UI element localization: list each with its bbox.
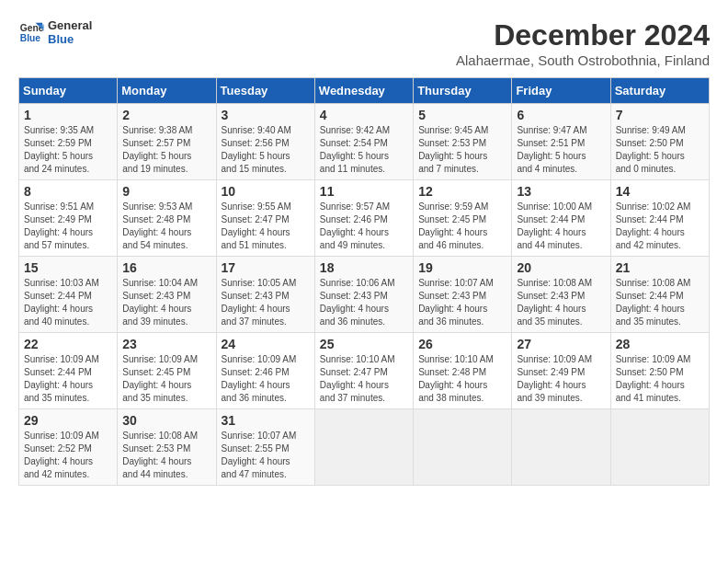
day-info: Sunrise: 10:08 AM Sunset: 2:43 PM Daylig… xyxy=(517,277,605,328)
day-number: 2 xyxy=(122,108,210,122)
calendar-cell: 10Sunrise: 9:55 AM Sunset: 2:47 PM Dayli… xyxy=(216,180,314,257)
day-number: 13 xyxy=(517,184,605,199)
day-number: 11 xyxy=(320,184,408,199)
header: General Blue General Blue December 2024 … xyxy=(18,18,710,68)
calendar-cell: 14Sunrise: 10:02 AM Sunset: 2:44 PM Dayl… xyxy=(610,180,709,257)
day-number: 10 xyxy=(222,184,310,199)
logo-icon: General Blue xyxy=(18,19,44,45)
calendar-cell: 8Sunrise: 9:51 AM Sunset: 2:49 PM Daylig… xyxy=(19,180,118,257)
day-info: Sunrise: 9:45 AM Sunset: 2:53 PM Dayligh… xyxy=(418,124,506,176)
logo-line1: General xyxy=(48,18,92,32)
logo: General Blue General Blue xyxy=(18,18,92,46)
day-info: Sunrise: 10:09 AM Sunset: 2:49 PM Daylig… xyxy=(517,353,605,405)
day-info: Sunrise: 9:57 AM Sunset: 2:46 PM Dayligh… xyxy=(320,201,408,252)
day-info: Sunrise: 10:05 AM Sunset: 2:43 PM Daylig… xyxy=(222,277,310,328)
calendar-cell: 20Sunrise: 10:08 AM Sunset: 2:43 PM Dayl… xyxy=(512,257,610,333)
day-info: Sunrise: 10:08 AM Sunset: 2:53 PM Daylig… xyxy=(122,430,210,481)
day-info: Sunrise: 10:09 AM Sunset: 2:50 PM Daylig… xyxy=(616,353,704,405)
day-number: 12 xyxy=(418,184,506,199)
calendar-cell: 17Sunrise: 10:05 AM Sunset: 2:43 PM Dayl… xyxy=(216,257,314,333)
day-info: Sunrise: 10:10 AM Sunset: 2:48 PM Daylig… xyxy=(418,353,506,405)
calendar-cell: 2Sunrise: 9:38 AM Sunset: 2:57 PM Daylig… xyxy=(118,104,216,180)
day-info: Sunrise: 9:51 AM Sunset: 2:49 PM Dayligh… xyxy=(24,201,112,252)
calendar-cell: 16Sunrise: 10:04 AM Sunset: 2:43 PM Dayl… xyxy=(118,257,216,333)
calendar-week-row: 8Sunrise: 9:51 AM Sunset: 2:49 PM Daylig… xyxy=(19,180,710,257)
day-number: 25 xyxy=(320,337,408,351)
day-number: 31 xyxy=(222,413,310,428)
svg-text:Blue: Blue xyxy=(20,33,41,43)
day-number: 26 xyxy=(418,337,506,351)
calendar: SundayMondayTuesdayWednesdayThursdayFrid… xyxy=(18,77,710,486)
day-number: 16 xyxy=(122,260,210,275)
day-number: 7 xyxy=(616,108,704,122)
calendar-cell: 13Sunrise: 10:00 AM Sunset: 2:44 PM Dayl… xyxy=(512,180,610,257)
day-info: Sunrise: 10:07 AM Sunset: 2:43 PM Daylig… xyxy=(418,277,506,328)
day-number: 6 xyxy=(517,108,605,122)
day-number: 4 xyxy=(320,108,408,122)
calendar-cell: 30Sunrise: 10:08 AM Sunset: 2:53 PM Dayl… xyxy=(118,409,216,486)
day-info: Sunrise: 9:42 AM Sunset: 2:54 PM Dayligh… xyxy=(320,124,408,176)
day-number: 1 xyxy=(24,108,112,122)
day-info: Sunrise: 10:09 AM Sunset: 2:45 PM Daylig… xyxy=(122,353,210,405)
calendar-header-monday: Monday xyxy=(118,78,216,104)
day-number: 15 xyxy=(24,260,112,275)
calendar-header-sunday: Sunday xyxy=(19,78,118,104)
day-info: Sunrise: 10:03 AM Sunset: 2:44 PM Daylig… xyxy=(24,277,112,328)
calendar-header-row: SundayMondayTuesdayWednesdayThursdayFrid… xyxy=(19,78,710,104)
day-info: Sunrise: 10:00 AM Sunset: 2:44 PM Daylig… xyxy=(517,201,605,252)
calendar-cell: 26Sunrise: 10:10 AM Sunset: 2:48 PM Dayl… xyxy=(414,333,512,409)
day-number: 9 xyxy=(122,184,210,199)
calendar-cell: 27Sunrise: 10:09 AM Sunset: 2:49 PM Dayl… xyxy=(512,333,610,409)
day-info: Sunrise: 9:53 AM Sunset: 2:48 PM Dayligh… xyxy=(122,201,210,252)
day-info: Sunrise: 10:08 AM Sunset: 2:44 PM Daylig… xyxy=(616,277,704,328)
calendar-cell: 29Sunrise: 10:09 AM Sunset: 2:52 PM Dayl… xyxy=(19,409,118,486)
day-info: Sunrise: 10:10 AM Sunset: 2:47 PM Daylig… xyxy=(320,353,408,405)
calendar-cell: 31Sunrise: 10:07 AM Sunset: 2:55 PM Dayl… xyxy=(216,409,314,486)
calendar-cell: 18Sunrise: 10:06 AM Sunset: 2:43 PM Dayl… xyxy=(314,257,413,333)
day-number: 24 xyxy=(222,337,310,351)
day-number: 19 xyxy=(418,260,506,275)
calendar-cell: 21Sunrise: 10:08 AM Sunset: 2:44 PM Dayl… xyxy=(610,257,709,333)
day-number: 23 xyxy=(122,337,210,351)
calendar-cell: 5Sunrise: 9:45 AM Sunset: 2:53 PM Daylig… xyxy=(414,104,512,180)
calendar-header-wednesday: Wednesday xyxy=(314,78,413,104)
calendar-week-row: 1Sunrise: 9:35 AM Sunset: 2:59 PM Daylig… xyxy=(19,104,710,180)
calendar-cell: 22Sunrise: 10:09 AM Sunset: 2:44 PM Dayl… xyxy=(19,333,118,409)
calendar-cell: 15Sunrise: 10:03 AM Sunset: 2:44 PM Dayl… xyxy=(19,257,118,333)
day-number: 8 xyxy=(24,184,112,199)
calendar-cell xyxy=(512,409,610,486)
day-info: Sunrise: 10:06 AM Sunset: 2:43 PM Daylig… xyxy=(320,277,408,328)
day-info: Sunrise: 10:09 AM Sunset: 2:44 PM Daylig… xyxy=(24,353,112,405)
calendar-cell: 23Sunrise: 10:09 AM Sunset: 2:45 PM Dayl… xyxy=(118,333,216,409)
calendar-cell: 6Sunrise: 9:47 AM Sunset: 2:51 PM Daylig… xyxy=(512,104,610,180)
title-area: December 2024 Alahaermae, South Ostrobot… xyxy=(456,18,710,68)
calendar-header-thursday: Thursday xyxy=(414,78,512,104)
calendar-header-saturday: Saturday xyxy=(610,78,709,104)
day-info: Sunrise: 9:55 AM Sunset: 2:47 PM Dayligh… xyxy=(222,201,310,252)
calendar-cell xyxy=(414,409,512,486)
day-number: 14 xyxy=(616,184,704,199)
day-number: 29 xyxy=(24,413,112,428)
calendar-header-tuesday: Tuesday xyxy=(216,78,314,104)
main-title: December 2024 xyxy=(456,18,710,52)
day-info: Sunrise: 9:35 AM Sunset: 2:59 PM Dayligh… xyxy=(24,124,112,176)
calendar-cell: 25Sunrise: 10:10 AM Sunset: 2:47 PM Dayl… xyxy=(314,333,413,409)
day-number: 30 xyxy=(122,413,210,428)
calendar-cell: 11Sunrise: 9:57 AM Sunset: 2:46 PM Dayli… xyxy=(314,180,413,257)
day-info: Sunrise: 10:09 AM Sunset: 2:52 PM Daylig… xyxy=(24,430,112,481)
day-number: 3 xyxy=(222,108,310,122)
calendar-cell xyxy=(610,409,709,486)
day-info: Sunrise: 10:04 AM Sunset: 2:43 PM Daylig… xyxy=(122,277,210,328)
calendar-week-row: 15Sunrise: 10:03 AM Sunset: 2:44 PM Dayl… xyxy=(19,257,710,333)
calendar-cell: 24Sunrise: 10:09 AM Sunset: 2:46 PM Dayl… xyxy=(216,333,314,409)
day-info: Sunrise: 9:59 AM Sunset: 2:45 PM Dayligh… xyxy=(418,201,506,252)
subtitle: Alahaermae, South Ostrobothnia, Finland xyxy=(456,52,710,68)
day-info: Sunrise: 9:38 AM Sunset: 2:57 PM Dayligh… xyxy=(122,124,210,176)
calendar-cell: 4Sunrise: 9:42 AM Sunset: 2:54 PM Daylig… xyxy=(314,104,413,180)
day-info: Sunrise: 9:40 AM Sunset: 2:56 PM Dayligh… xyxy=(222,124,310,176)
day-number: 18 xyxy=(320,260,408,275)
day-number: 21 xyxy=(616,260,704,275)
calendar-week-row: 29Sunrise: 10:09 AM Sunset: 2:52 PM Dayl… xyxy=(19,409,710,486)
day-info: Sunrise: 9:47 AM Sunset: 2:51 PM Dayligh… xyxy=(517,124,605,176)
day-number: 17 xyxy=(222,260,310,275)
